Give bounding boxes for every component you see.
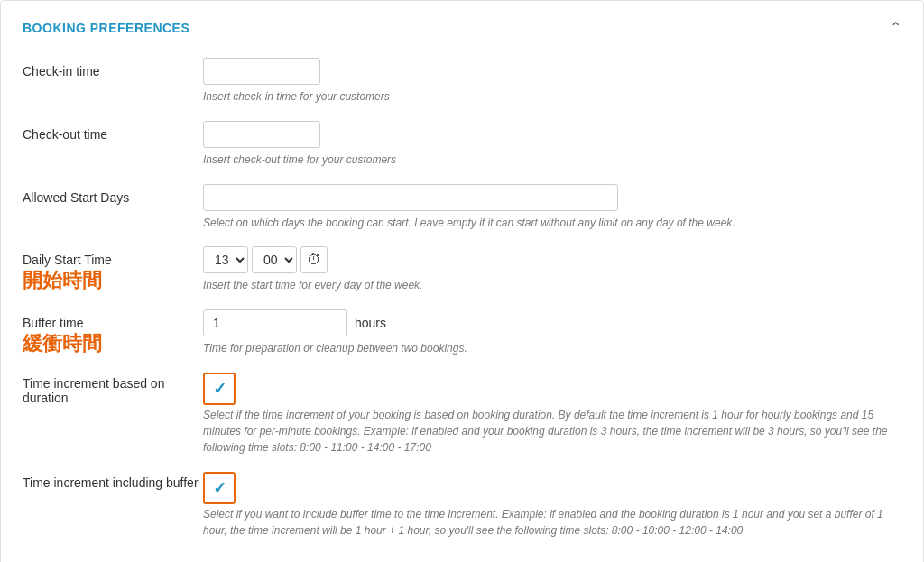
check-out-time-label: Check-out time <box>23 121 203 142</box>
allowed-start-days-hint: Select on which days the booking can sta… <box>203 216 901 231</box>
buffer-time-hint: Time for preparation or cleanup between … <box>203 341 901 356</box>
time-increment-duration-row: Time increment based on duration ✓ Selec… <box>23 373 901 456</box>
allowed-start-days-input[interactable] <box>203 184 618 211</box>
allowed-start-days-label: Allowed Start Days <box>23 184 203 205</box>
buffer-row: hours <box>203 309 901 336</box>
check-in-time-input[interactable] <box>203 58 320 85</box>
check-in-time-hint: Insert check-in time for your customers <box>203 89 901 105</box>
time-increment-duration-label: Time increment based on duration <box>23 373 203 405</box>
hours-label: hours <box>355 316 386 330</box>
time-increment-duration-control: ✓ Select if the time increment of your b… <box>203 373 901 456</box>
daily-start-time-row: Daily Start Time 開始時間 13 00 ⏱ Insert the… <box>23 246 901 293</box>
check-out-time-hint: Insert check-out time for your customers <box>203 152 901 168</box>
time-increment-buffer-label: Time increment including buffer <box>23 472 203 490</box>
daily-start-time-label: Daily Start Time <box>23 253 203 267</box>
time-increment-buffer-checkbox-wrap: ✓ <box>203 472 901 504</box>
buffer-time-label: Buffer time <box>23 316 203 330</box>
buffer-time-control: hours Time for preparation or cleanup be… <box>203 309 901 356</box>
time-increment-buffer-control: ✓ Select if you want to include buffer t… <box>203 472 901 539</box>
check-out-time-input[interactable] <box>203 121 320 148</box>
hour-select[interactable]: 13 <box>203 246 248 273</box>
checkmark-icon: ✓ <box>213 379 226 399</box>
allowed-start-days-control: Select on which days the booking can sta… <box>203 184 901 231</box>
time-increment-duration-description: Select if the time increment of your boo… <box>203 407 901 456</box>
section-header: BOOKING PREFERENCES ⌃ <box>23 19 901 36</box>
minute-select[interactable]: 00 <box>252 246 297 273</box>
allowed-start-days-row: Allowed Start Days Select on which days … <box>23 184 901 231</box>
time-increment-buffer-row: Time increment including buffer ✓ Select… <box>23 472 901 539</box>
checkmark-icon-2: ✓ <box>213 478 226 498</box>
buffer-time-input[interactable] <box>203 309 347 336</box>
time-increment-buffer-checkbox[interactable]: ✓ <box>203 472 236 504</box>
chevron-up-icon[interactable]: ⌃ <box>890 19 901 36</box>
daily-start-time-label-cjk: 開始時間 <box>23 269 203 292</box>
time-increment-duration-checkbox[interactable]: ✓ <box>203 373 236 405</box>
clock-icon[interactable]: ⏱ <box>300 246 328 273</box>
check-out-time-row: Check-out time Insert check-out time for… <box>23 121 901 168</box>
buffer-time-label-cjk: 緩衝時間 <box>23 332 203 355</box>
check-in-time-control: Insert check-in time for your customers <box>203 58 901 105</box>
section-title: BOOKING PREFERENCES <box>23 21 189 35</box>
time-increment-buffer-description: Select if you want to include buffer tim… <box>203 506 901 539</box>
buffer-time-label-group: Buffer time 緩衝時間 <box>23 309 203 355</box>
daily-start-time-hint: Insert the start time for every day of t… <box>203 278 901 293</box>
daily-start-time-label-group: Daily Start Time 開始時間 <box>23 246 203 292</box>
buffer-time-row: Buffer time 緩衝時間 hours Time for preparat… <box>23 309 901 356</box>
daily-start-time-control: 13 00 ⏱ Insert the start time for every … <box>203 246 901 293</box>
check-out-time-control: Insert check-out time for your customers <box>203 121 901 168</box>
check-in-time-row: Check-in time Insert check-in time for y… <box>23 58 901 105</box>
check-in-time-label: Check-in time <box>23 58 203 78</box>
time-picker-row: 13 00 ⏱ <box>203 246 901 273</box>
time-increment-duration-checkbox-wrap: ✓ <box>203 373 901 405</box>
